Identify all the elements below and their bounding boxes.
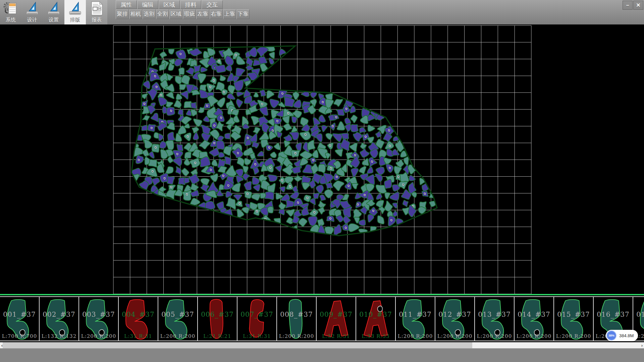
menu-tab-region[interactable]: 区域 bbox=[159, 0, 180, 9]
part-lr-count-label: L:21 R:21 bbox=[198, 333, 237, 339]
tool-button-snap-right[interactable]: 右靠 bbox=[210, 9, 223, 19]
part-lr-count-label: L:200 R:200 bbox=[277, 333, 316, 339]
tool-button-row: 聚排相机选割全割区域瑕疵左靠右靠上靠下靠 bbox=[116, 9, 250, 19]
tool-button-snap-left[interactable]: 左靠 bbox=[196, 9, 209, 19]
part-shape bbox=[364, 301, 388, 337]
part-lr-count-label: L:32 R:31 bbox=[317, 333, 356, 339]
part-lr-count-label: L:700 R:700 bbox=[0, 333, 39, 339]
part-id-label: 008_#37 bbox=[277, 310, 316, 318]
close-button[interactable]: ✕ bbox=[633, 1, 643, 10]
nesting-ruler-icon bbox=[67, 1, 83, 16]
part-id-label: 002_#37 bbox=[40, 310, 78, 318]
part-id-label: 016_#37 bbox=[594, 310, 633, 318]
parts-thumbnail-strip: 001_#37L:700 R:700002_#37L:132 R:132003_… bbox=[0, 296, 644, 341]
tool-button-cut-all[interactable]: 全割 bbox=[156, 9, 169, 19]
part-lr-count-label: L:200 R:200 bbox=[396, 333, 435, 339]
part-lr-count-label: L:31 R:31 bbox=[237, 333, 276, 339]
part-lr-count-label: L:200 R:200 bbox=[79, 333, 118, 339]
app-button-label: 报表 bbox=[92, 17, 102, 23]
tool-button-region[interactable]: 区域 bbox=[169, 9, 182, 19]
part-thumbnail[interactable]: 005_#37L:200 R:200 bbox=[158, 297, 198, 341]
horizontal-scrollbar[interactable]: ‹ › bbox=[0, 342, 644, 348]
part-lr-count-label: L:132 R:132 bbox=[40, 333, 78, 339]
nesting-canvas[interactable] bbox=[0, 24, 644, 294]
part-id-label: 017_#37 bbox=[633, 310, 644, 318]
memory-progress-badge[interactable]: 38% 384.8M bbox=[606, 330, 638, 341]
part-shape bbox=[289, 299, 302, 339]
report-doc-icon bbox=[89, 1, 104, 16]
app-button-label: 系统 bbox=[6, 17, 16, 23]
part-id-label: 012_#37 bbox=[435, 310, 474, 318]
part-id-label: 014_#37 bbox=[515, 310, 553, 318]
part-thumbnail[interactable]: 004_#37L:31 R:31 bbox=[119, 297, 158, 341]
part-thumbnail[interactable]: 001_#37L:700 R:700 bbox=[0, 297, 40, 341]
part-lr-count-label: L:200 R:200 bbox=[475, 333, 514, 339]
app-button-system[interactable]: 系统 bbox=[0, 0, 21, 24]
window-controls: − ✕ bbox=[623, 1, 643, 10]
system-gear-doc-icon bbox=[3, 1, 18, 16]
part-lr-count-label: L:200 R:200 bbox=[435, 333, 474, 339]
part-id-label: 009_#37 bbox=[317, 310, 356, 318]
tool-button-snap-down[interactable]: 下靠 bbox=[236, 9, 250, 19]
part-thumbnail[interactable]: 014_#37L:200 R:200 bbox=[515, 297, 554, 341]
tool-button-defect[interactable]: 瑕疵 bbox=[183, 9, 196, 19]
part-id-label: 007_#37 bbox=[237, 310, 276, 318]
tool-button-cluster-nest[interactable]: 聚排 bbox=[116, 9, 129, 19]
status-bar bbox=[0, 348, 644, 362]
part-id-label: 010_#37 bbox=[356, 310, 395, 318]
part-lr-count-label: L:200 R:200 bbox=[158, 333, 197, 339]
part-thumbnail[interactable]: 006_#37L:21 R:21 bbox=[198, 297, 237, 341]
progress-circle: 38% bbox=[606, 330, 616, 341]
main-toolbar: 系统设计设置排版报表 属性编辑区域排料交互 聚排相机选割全割区域瑕疵左靠右靠上靠… bbox=[0, 0, 644, 24]
application-window: 系统设计设置排版报表 属性编辑区域排料交互 聚排相机选割全割区域瑕疵左靠右靠上靠… bbox=[0, 0, 644, 362]
minimize-button[interactable]: − bbox=[623, 1, 633, 10]
part-thumbnail[interactable]: 011_#37L:200 R:200 bbox=[396, 297, 435, 341]
app-button-design[interactable]: 设计 bbox=[21, 0, 43, 24]
tool-button-select-cut[interactable]: 选割 bbox=[143, 9, 156, 19]
part-thumbnail[interactable]: 012_#37L:200 R:200 bbox=[435, 297, 475, 341]
part-id-label: 003_#37 bbox=[79, 310, 118, 318]
menu-tab-nesting[interactable]: 排料 bbox=[180, 0, 201, 9]
tool-button-snap-up[interactable]: 上靠 bbox=[223, 9, 236, 19]
app-launcher: 系统设计设置排版报表 bbox=[0, 0, 107, 24]
part-lr-count-label: L:200 R:200 bbox=[554, 333, 593, 339]
app-button-label: 排版 bbox=[70, 17, 80, 23]
nested-pieces bbox=[130, 43, 437, 239]
part-id-label: 013_#37 bbox=[475, 310, 514, 318]
part-thumbnail[interactable]: 013_#37L:200 R:200 bbox=[475, 297, 515, 341]
part-thumbnail[interactable]: 007_#37L:31 R:31 bbox=[237, 297, 277, 341]
part-id-label: 001_#37 bbox=[0, 310, 39, 318]
part-thumbnail[interactable]: 002_#37L:132 R:132 bbox=[40, 297, 79, 341]
scrollbar-thumb[interactable] bbox=[3, 342, 472, 348]
part-lr-count-label: L:31 R:31 bbox=[119, 333, 158, 339]
scroll-right-arrow[interactable]: › bbox=[640, 342, 644, 348]
part-thumbnail[interactable]: 008_#37L:200 R:200 bbox=[277, 297, 317, 341]
app-button-settings[interactable]: 设置 bbox=[43, 0, 64, 24]
menu-tab-interact[interactable]: 交互 bbox=[202, 0, 223, 9]
part-lr-count-label: L:200 R:200 bbox=[515, 333, 553, 339]
part-lr-count-label: L:33 R:33 bbox=[356, 333, 395, 339]
menu-tab-edit[interactable]: 编辑 bbox=[137, 0, 158, 9]
memory-size-label: 384.8M bbox=[619, 333, 634, 338]
design-ruler-icon bbox=[24, 1, 40, 16]
part-id-label: 005_#37 bbox=[158, 310, 197, 318]
menu-tab-row: 属性编辑区域排料交互 bbox=[116, 0, 223, 9]
part-thumbnail[interactable]: 010_#37L:33 R:33 bbox=[356, 297, 396, 341]
part-id-label: 011_#37 bbox=[396, 310, 435, 318]
nesting-canvas-svg bbox=[0, 24, 644, 294]
app-button-layout[interactable]: 排版 bbox=[64, 0, 86, 24]
app-button-label: 设置 bbox=[49, 17, 59, 23]
part-shape bbox=[210, 299, 223, 339]
settings-ruler-icon bbox=[46, 1, 61, 16]
part-shape bbox=[324, 301, 348, 337]
part-id-label: 015_#37 bbox=[554, 310, 593, 318]
app-button-report[interactable]: 报表 bbox=[86, 0, 107, 24]
part-id-label: 006_#37 bbox=[198, 310, 237, 318]
menu-tab-properties[interactable]: 属性 bbox=[116, 0, 137, 9]
part-thumbnail[interactable]: 015_#37L:200 R:200 bbox=[554, 297, 594, 341]
tool-button-camera[interactable]: 相机 bbox=[129, 9, 142, 19]
part-thumbnail[interactable]: 009_#37L:32 R:31 bbox=[317, 297, 356, 341]
part-thumbnail[interactable]: 003_#37L:200 R:200 bbox=[79, 297, 119, 341]
part-id-label: 004_#37 bbox=[119, 310, 158, 318]
app-button-label: 设计 bbox=[27, 17, 37, 23]
